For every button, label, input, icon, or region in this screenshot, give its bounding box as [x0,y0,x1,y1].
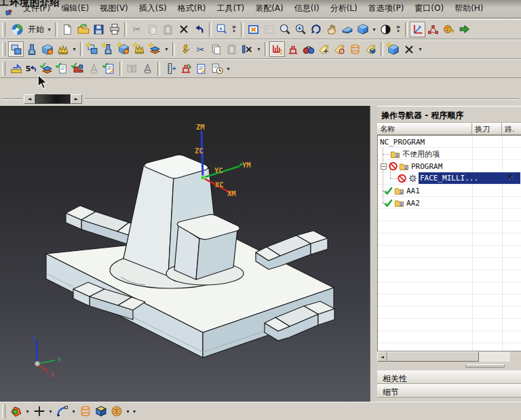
new-file-button[interactable] [60,22,75,37]
tool-display-button[interactable] [140,61,155,77]
menu-insert[interactable]: 插入(S) [134,2,172,15]
shaded-display-button[interactable] [355,22,370,37]
machine-tool-view-button[interactable] [285,41,301,57]
scroller-slot[interactable] [35,94,71,104]
create-operation-button-1[interactable] [85,41,100,57]
shop-doc-button[interactable] [193,61,209,77]
navigation-arrows-button[interactable] [457,22,472,37]
information-button[interactable] [214,22,229,37]
face-rule-button[interactable] [77,404,93,419]
curve-caret-icon[interactable]: ▾ [70,404,77,419]
section-details[interactable]: 细节 [377,384,521,398]
create-operation-button-2[interactable] [100,41,116,57]
geometry-view-button[interactable] [301,41,316,57]
display-mode-caret-icon[interactable]: ▾ [370,22,378,37]
navigator-hscrollbar[interactable]: ◄ [377,351,521,362]
menu-format[interactable]: 格式(R) [172,2,212,15]
menu-information[interactable]: 信息(I) [289,2,325,15]
object-caret-icon[interactable]: ▾ [255,41,263,57]
delete-object-button[interactable] [239,41,255,57]
toolpath-loop-button[interactable] [332,41,347,57]
menu-view[interactable]: 视图(V) [94,2,134,15]
menu-analysis[interactable]: 分析(L) [325,2,363,15]
zoom-box-button[interactable] [277,22,292,37]
graphics-viewport[interactable]: ZM ZC YM YC XC XM Z Y X [0,106,370,402]
toolbar-grip[interactable] [2,404,5,419]
program-order-view-button[interactable] [269,41,285,57]
create-operation-button-5[interactable] [147,41,163,57]
constraints-button[interactable] [425,22,441,37]
toolbar-overflow-button[interactable]: »▾ [393,22,403,37]
selection-caret-icon[interactable]: ▾ [124,404,132,419]
selected-row-highlight[interactable]: FACE_MILLI... ✕ [419,172,520,184]
create-program-button[interactable] [8,41,24,57]
scroll-left-button[interactable]: ◄ [24,94,35,104]
point-constructor-button[interactable] [31,404,47,419]
create-caret-icon[interactable]: ▾ [71,41,78,57]
menu-tools[interactable]: 工具(T) [211,2,250,15]
create-method-button[interactable] [55,41,71,57]
menu-preferences[interactable]: 首选项(P) [363,2,410,15]
toolbar-grip[interactable] [2,62,5,76]
toolbar-grip[interactable] [2,22,5,37]
undo-button[interactable] [191,22,207,37]
copy-object-button[interactable] [208,41,224,57]
facet-body-button[interactable] [109,404,124,419]
create-tool-button[interactable] [24,41,39,57]
nx-start-button[interactable] [8,22,26,37]
generate-operation-button[interactable] [385,41,401,57]
operation-caret-icon[interactable]: ▾ [163,41,170,57]
wcs-dynamics-button[interactable] [410,22,425,37]
save-button[interactable] [91,22,107,37]
body-rule-button[interactable] [93,404,109,419]
menu-edit[interactable]: 编辑(E) [56,2,94,15]
toolpath-create-button[interactable] [316,41,332,57]
delete-operation-button[interactable] [401,41,417,57]
print-button[interactable] [107,22,122,37]
menu-assemblies[interactable]: 装配(A) [250,2,289,15]
hscroll-track[interactable] [510,351,521,362]
create-geometry-button[interactable] [39,41,55,57]
delete-caret-icon[interactable]: ▾ [417,41,424,57]
measure-button[interactable] [162,61,178,77]
start-caret-icon[interactable]: ▾ [45,22,53,37]
column-header-toolchange[interactable]: 换刀 [472,123,502,135]
panel-collapse-grip[interactable] [465,364,505,368]
tree-row-unused-items[interactable]: 不使用的项 [378,148,520,160]
toolbar-overflow-button[interactable]: »▾ [229,22,239,37]
pan-view-button[interactable] [324,22,339,37]
edit-object-button[interactable] [177,41,193,57]
toolpath-cylinder-button[interactable] [347,41,363,57]
cut-object-button[interactable]: ✂ [193,41,208,57]
tree-row-face-milling[interactable]: FACE_MILLI... ✕ [378,172,520,185]
toolpath-history-button[interactable] [209,61,225,77]
toolpath-box-button[interactable] [363,41,379,57]
hscroll-thumb[interactable] [387,351,479,362]
point-caret-icon[interactable]: ▾ [47,404,54,419]
tree-row-nc-program[interactable]: NC_PROGRAM [378,136,520,148]
machine-simulation-button[interactable] [178,61,193,77]
column-header-name[interactable]: 名称 [377,123,472,135]
more-caret-icon[interactable]: ▾ [132,404,137,419]
simulate-toolpath-button[interactable] [71,61,86,77]
expander-minus-icon[interactable]: − [381,164,387,170]
delete-button[interactable] [176,22,191,37]
zoom-in-out-button[interactable] [292,22,308,37]
start-button-label[interactable]: 开始 [26,24,45,35]
navigator-tree[interactable]: NC_PROGRAM 不使用的项 − PROGRAM FACE_MILLI...… [377,135,521,351]
confirm-toolpath-button[interactable] [102,61,117,77]
curve-rule-button[interactable] [54,404,70,419]
panel-splitter[interactable] [370,106,377,402]
rotate-view-button[interactable] [308,22,324,37]
role-palette-button[interactable] [441,22,457,37]
section-dependencies[interactable]: 相关性 [377,370,521,384]
fit-view-button[interactable] [246,22,261,37]
tree-row-program[interactable]: − PROGRAM [378,160,520,172]
list-toolpath-button[interactable] [55,61,71,77]
scroll-right-button[interactable]: ► [71,94,82,104]
menu-help[interactable]: 帮助(H) [449,2,488,15]
tree-row-aa2[interactable]: AA2 [378,197,520,209]
menu-window[interactable]: 窗口(O) [409,2,449,15]
render-style-button[interactable] [378,22,393,37]
snap-caret-icon[interactable]: ▾ [24,404,31,419]
